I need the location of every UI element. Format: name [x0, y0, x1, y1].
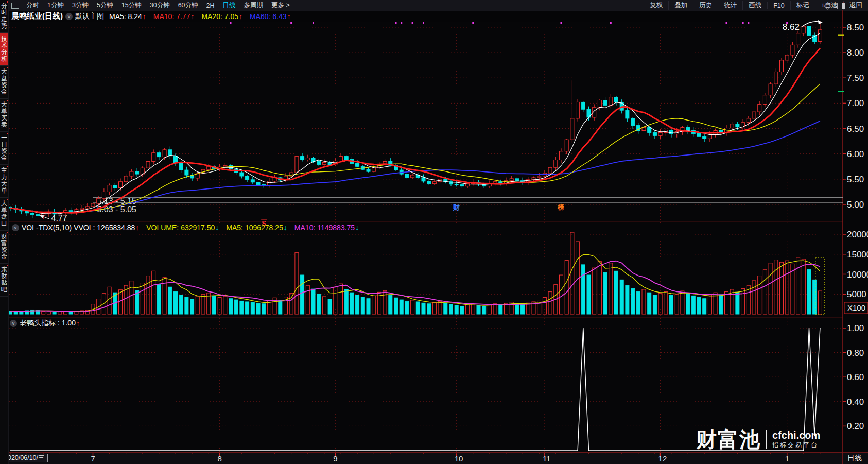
chart-title-bar: 晨鸣纸业(日线) v 默认主图 MA5: 8.24↑MA10: 7.77↑MA2… — [8, 11, 868, 22]
tool-item-5[interactable]: F10 — [767, 2, 790, 9]
menu-item-8[interactable]: 日线 — [219, 1, 240, 10]
svg-text:5000: 5000 — [847, 289, 866, 299]
watermark-domain: cfchi.com — [772, 429, 820, 441]
menu-item-3[interactable]: 5分钟 — [93, 1, 117, 10]
svg-text:8.62: 8.62 — [783, 22, 800, 32]
sidebar-item-2[interactable]: 大盘资金 — [0, 66, 8, 99]
menu-item-1[interactable]: 1分钟 — [43, 1, 68, 10]
split-panel-icon[interactable] — [837, 3, 845, 9]
tool-item-4[interactable]: 画线 — [742, 1, 767, 10]
tool-item-2[interactable]: 历史 — [693, 1, 718, 10]
vol-legend-item-0: VOL-TDX(5,10) VVOL: 1265834.88↑ — [22, 224, 139, 232]
ma-legend-text: MA60: 6.43 — [250, 12, 287, 21]
chart-canvas[interactable]: 5.13 - 5.155.03 - 5.058.508.007.507.006.… — [0, 0, 868, 464]
tool-item-0[interactable]: 复权 — [644, 1, 668, 10]
down-arrow-icon: ↓ — [215, 224, 219, 232]
watermark: 财富池 cfchi.com 指标交易平台 — [696, 428, 820, 451]
svg-text:7.00: 7.00 — [847, 98, 864, 108]
vol-legend-item-1: VOLUME: 632917.50↓ — [146, 224, 219, 232]
notification-dot — [7, 199, 8, 200]
svg-text:5.50: 5.50 — [847, 175, 864, 184]
sidebar-item-char: 吧 — [0, 286, 8, 293]
ma-legend-item-0: MA5: 8.24↑ — [109, 12, 146, 21]
vol-legend-text: VOL-TDX(5,10) VVOL: 1265834.88 — [22, 224, 135, 232]
ma-legend-text: MA5: 8.24 — [109, 12, 142, 21]
menu-item-10[interactable]: 更多 > — [267, 1, 294, 10]
tool-item-1[interactable]: 叠加 — [668, 1, 693, 10]
vol-legend-item-3: MA10: 1149883.75↓ — [294, 224, 359, 232]
svg-text:5.03 - 5.05: 5.03 - 5.05 — [97, 205, 137, 214]
sidebar-item-3[interactable]: 大单买卖 — [0, 99, 8, 132]
notification-dot — [7, 133, 8, 134]
left-sidebar: 分时走势技术分析大盘资金大单买卖一日资金主力大单大单盘口财富资金东财贴吧 — [0, 0, 9, 464]
svg-text:5.13 - 5.15: 5.13 - 5.15 — [97, 197, 137, 205]
indicator-header: v 老鸭头指标 : 1.00 ↑ — [7, 319, 80, 328]
watermark-tagline: 指标交易平台 — [772, 441, 820, 449]
tool-item-6[interactable]: 标记 — [790, 1, 815, 10]
svg-text:5.00: 5.00 — [847, 200, 864, 210]
svg-text:15000: 15000 — [847, 250, 868, 260]
vol-legend-text: VOLUME: 632917.50 — [146, 224, 215, 232]
up-arrow-icon: ↑ — [287, 12, 291, 21]
down-arrow-icon: ↓ — [284, 224, 287, 232]
svg-text:6.50: 6.50 — [847, 124, 864, 134]
svg-text:8.00: 8.00 — [847, 48, 864, 58]
svg-text:财: 财 — [453, 203, 460, 211]
svg-text:8.50: 8.50 — [847, 23, 864, 32]
menu-item-4[interactable]: 15分钟 — [117, 1, 146, 10]
menu-item-2[interactable]: 3分钟 — [68, 1, 93, 10]
vol-legend-text: MA5: 1096278.25 — [226, 224, 283, 232]
up-arrow-icon: ↑ — [135, 224, 139, 232]
tool-item-8[interactable]: 返回 — [843, 1, 868, 10]
sidebar-item-4[interactable]: 一日资金 — [0, 132, 8, 165]
chevron-down-icon[interactable]: v — [12, 224, 19, 231]
watermark-brand: 财富池 — [696, 428, 761, 451]
stock-chart-app: { "menu_bar": { "active": "日线", "left_it… — [0, 0, 868, 464]
sidebar-item-1[interactable]: 技术分析 — [0, 33, 8, 66]
titlebar-icons — [825, 3, 845, 9]
svg-text:7.50: 7.50 — [847, 73, 864, 83]
diamond-icon[interactable] — [824, 2, 831, 9]
notification-dot — [7, 232, 8, 233]
menu-item-9[interactable]: 多周期 — [240, 1, 268, 10]
ma-legend-text: MA20: 7.05 — [201, 12, 238, 21]
sidebar-item-7[interactable]: 财富资金 — [0, 231, 8, 264]
up-arrow-icon: ↑ — [190, 12, 194, 21]
sidebar-item-6[interactable]: 大单盘口 — [0, 198, 8, 231]
sidebar-item-char: 金 — [0, 253, 8, 260]
svg-text:X100: X100 — [847, 303, 865, 312]
menu-item-6[interactable]: 60分钟 — [174, 1, 202, 10]
ma-legend-item-1: MA10: 7.77↑ — [153, 12, 195, 21]
time-axis: 2020/06/10/三 日线 — [0, 452, 868, 464]
chevron-down-icon[interactable]: v — [65, 13, 73, 20]
menu-item-5[interactable]: 30分钟 — [146, 1, 174, 10]
volume-header: v VOL-TDX(5,10) VVOL: 1265834.88↑VOLUME:… — [9, 224, 366, 232]
sidebar-item-char: 金 — [0, 154, 8, 161]
period-label: 日线 — [847, 454, 862, 463]
menu-item-0[interactable]: 分时 — [22, 1, 43, 10]
tool-item-3[interactable]: 统计 — [718, 1, 742, 10]
sidebar-item-char: 析 — [0, 56, 8, 62]
sidebar-item-char: 势 — [0, 23, 8, 29]
sidebar-item-char: 口 — [0, 220, 8, 227]
up-arrow-icon: ↑ — [143, 12, 146, 21]
ma-legend: MA5: 8.24↑MA10: 7.77↑MA20: 7.05↑MA60: 6.… — [109, 12, 298, 21]
sidebar-item-8[interactable]: 东财贴吧 — [0, 264, 8, 297]
sidebar-item-5[interactable]: 主力大单 — [0, 165, 8, 198]
watermark-divider — [766, 430, 767, 449]
menu-item-7[interactable]: 2H — [202, 2, 219, 9]
period-menu: 分时1分钟3分钟5分钟15分钟30分钟60分钟2H日线多周期更多 > — [22, 1, 294, 10]
sidebar-item-0[interactable]: 分时走势 — [0, 0, 8, 33]
vol-legend-text: MA10: 1149883.75 — [294, 224, 355, 232]
indicator-arrow: ↑ — [76, 319, 80, 328]
volume-legend: VOL-TDX(5,10) VVOL: 1265834.88↑VOLUME: 6… — [22, 224, 366, 232]
layout-icon[interactable] — [11, 3, 19, 9]
main-overlay-label[interactable]: 默认主图 — [75, 12, 104, 21]
svg-text:0.20: 0.20 — [847, 421, 864, 431]
sidebar-item-char: 卖 — [0, 122, 8, 128]
chevron-down-icon[interactable]: v — [10, 320, 17, 327]
svg-text:20000: 20000 — [847, 230, 868, 239]
vol-legend-item-2: MA5: 1096278.25↓ — [226, 224, 287, 232]
notification-dot — [7, 265, 8, 266]
svg-text:6.00: 6.00 — [847, 149, 864, 159]
